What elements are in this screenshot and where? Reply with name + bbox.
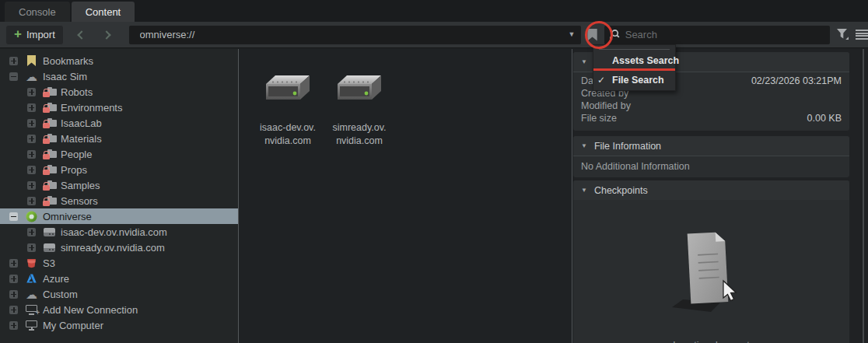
- tree-item-samples[interactable]: Samples: [0, 177, 238, 193]
- tree-item-my-computer[interactable]: My Computer: [0, 317, 238, 333]
- detail-value: 02/23/2026 03:21PM: [751, 75, 842, 86]
- menu-separator: [599, 49, 670, 50]
- tree-item-bookmarks[interactable]: Bookmarks: [0, 53, 238, 68]
- section-collapse-icon[interactable]: ▼: [581, 143, 587, 149]
- tree-item-sensors[interactable]: Sensors: [0, 193, 238, 208]
- grid-item-label-line: nvidia.com: [322, 135, 397, 148]
- list-options-icon[interactable]: [856, 30, 868, 40]
- expand-toggle[interactable]: [27, 150, 36, 159]
- grid-item-simready[interactable]: simready.ov. nvidia.com: [322, 75, 397, 148]
- expand-toggle[interactable]: [27, 103, 36, 112]
- tree-item-label: Isaac Sim: [43, 71, 87, 82]
- tree-item-omniverse[interactable]: Omniverse: [0, 208, 238, 224]
- forward-button[interactable]: [94, 32, 119, 38]
- expand-toggle[interactable]: [27, 243, 36, 252]
- tree-item-label: IsaacLab: [61, 117, 102, 129]
- expand-toggle[interactable]: [27, 135, 36, 143]
- expand-toggle[interactable]: [9, 275, 18, 283]
- locked-folder-icon: [43, 196, 57, 206]
- back-button[interactable]: [69, 32, 94, 38]
- expand-toggle[interactable]: [27, 197, 36, 205]
- server-icon: [44, 243, 55, 252]
- tab-content[interactable]: Content: [72, 2, 135, 22]
- path-input[interactable]: [140, 29, 569, 40]
- section-title: Checkpoints: [594, 185, 648, 196]
- cloud-icon: ☁: [26, 71, 37, 82]
- tree-item-isaaclab[interactable]: IsaacLab: [0, 115, 238, 131]
- tree-item-s3[interactable]: S3: [0, 255, 238, 271]
- search-field[interactable]: [604, 26, 830, 44]
- filter-icon[interactable]: [836, 29, 849, 40]
- locked-folder-icon: [43, 180, 57, 191]
- checkpoints-empty-state: Location does not support Checkpoints.: [573, 200, 849, 343]
- checkpoints-header[interactable]: ▼ Checkpoints: [573, 180, 849, 200]
- tree-item-props[interactable]: Props: [0, 162, 238, 177]
- tree-item-people[interactable]: People: [0, 146, 238, 162]
- menu-item-assets-search[interactable]: Assets Search: [593, 53, 675, 68]
- menu-item-file-search[interactable]: ✓ File Search: [593, 72, 675, 87]
- tree-item-label: Bookmarks: [43, 55, 93, 67]
- tree-item-label: simready.ov.nvidia.com: [61, 242, 165, 254]
- import-button-label: Import: [26, 29, 55, 40]
- tree-item-custom[interactable]: ☁ Custom: [0, 286, 238, 302]
- omniverse-logo-icon: [24, 211, 39, 222]
- expand-toggle[interactable]: [27, 119, 36, 128]
- section-collapse-icon[interactable]: ▼: [581, 59, 587, 65]
- file-information-header[interactable]: ▼ File Information: [573, 136, 849, 156]
- content-browser-main: Bookmarks ☁ Isaac Sim Robots Environment…: [0, 49, 868, 343]
- section-collapse-icon[interactable]: ▼: [581, 187, 587, 194]
- tab-console[interactable]: Console: [5, 2, 70, 22]
- collapse-toggle[interactable]: [9, 72, 18, 81]
- expand-toggle[interactable]: [27, 181, 36, 190]
- check-icon: ✓: [597, 75, 605, 86]
- grid-item-label-line: isaac-dev.ov.: [250, 121, 325, 135]
- locked-folder-icon: [43, 165, 57, 175]
- tree-item-simready-server[interactable]: simready.ov.nvidia.com: [0, 240, 238, 255]
- content-toolbar: + Import ▼: [0, 22, 868, 48]
- tree-item-add-new-connection[interactable]: + Add New Connection: [0, 302, 238, 317]
- tree-item-label: Robots: [61, 86, 93, 98]
- azure-logo-icon: [24, 274, 39, 283]
- detail-value: 0.00 KB: [807, 113, 842, 124]
- grid-item-label-line: nvidia.com: [250, 135, 325, 148]
- tree-item-label: Props: [61, 164, 87, 176]
- menu-item-label: Assets Search: [612, 55, 679, 66]
- expand-toggle[interactable]: [9, 290, 18, 299]
- path-dropdown-icon[interactable]: ▼: [568, 31, 575, 38]
- import-button[interactable]: + Import: [6, 26, 63, 44]
- locked-folder-icon: [43, 134, 57, 144]
- locked-folder-icon: [43, 87, 57, 97]
- path-field[interactable]: ▼: [129, 26, 582, 44]
- tree-item-azure[interactable]: Azure: [0, 271, 238, 286]
- tree-item-label: My Computer: [43, 320, 103, 331]
- tree-item-label: Omniverse: [43, 211, 92, 222]
- tree-item-isaac-dev-server[interactable]: isaac-dev.ov.nvidia.com: [0, 224, 238, 240]
- expand-toggle[interactable]: [9, 306, 18, 314]
- collapse-toggle[interactable]: [9, 212, 18, 221]
- tree-item-label: Azure: [43, 273, 69, 285]
- search-input[interactable]: [625, 29, 824, 40]
- tree-item-label: Sensors: [61, 195, 98, 207]
- server-3d-icon: [264, 75, 312, 103]
- tree-item-label: Custom: [43, 289, 78, 300]
- detail-row-modified-by: Modified by: [573, 100, 849, 112]
- tree-item-environments[interactable]: Environments: [0, 100, 238, 115]
- expand-toggle[interactable]: [9, 57, 18, 65]
- grid-item-label-line: simready.ov.: [322, 121, 397, 135]
- expand-toggle[interactable]: [9, 321, 18, 330]
- expand-toggle[interactable]: [27, 228, 36, 236]
- tree-item-label: Samples: [61, 180, 100, 191]
- grid-item-isaac-dev[interactable]: isaac-dev.ov. nvidia.com: [250, 75, 325, 148]
- tree-item-isaac-sim[interactable]: ☁ Isaac Sim: [0, 68, 238, 84]
- tree-item-robots[interactable]: Robots: [0, 84, 238, 100]
- tree-item-label: Add New Connection: [43, 304, 138, 316]
- panel-scrollbar[interactable]: [863, 49, 864, 343]
- expand-toggle[interactable]: [27, 88, 36, 96]
- document-icon: [669, 225, 754, 318]
- checkpoints-card: ▼ Checkpoints: [573, 180, 849, 343]
- tree-item-materials[interactable]: Materials: [0, 131, 238, 146]
- expand-toggle[interactable]: [9, 259, 18, 268]
- expand-toggle[interactable]: [27, 166, 36, 174]
- tree-item-label: Materials: [61, 133, 102, 145]
- annotation-underline: [593, 68, 675, 71]
